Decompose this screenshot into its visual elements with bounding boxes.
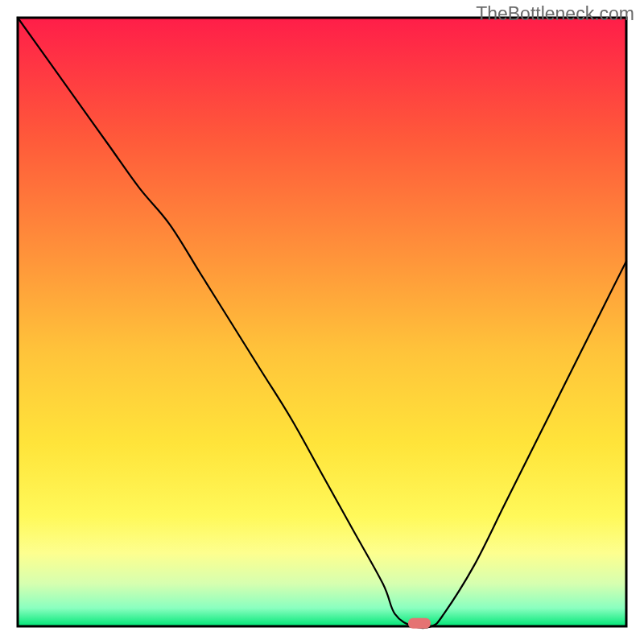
chart-svg xyxy=(0,0,644,644)
plot-area xyxy=(18,18,626,629)
bottleneck-chart: TheBottleneck.com xyxy=(0,0,644,644)
watermark-label: TheBottleneck.com xyxy=(476,3,634,25)
gradient-background xyxy=(18,18,626,626)
optimal-marker xyxy=(408,618,431,629)
